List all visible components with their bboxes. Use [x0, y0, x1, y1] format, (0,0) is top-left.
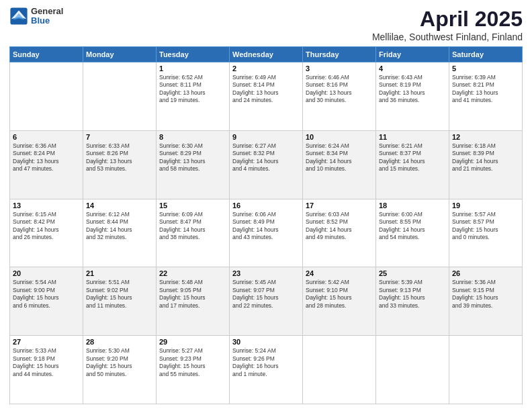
- day-info: Sunrise: 5:57 AM Sunset: 8:57 PM Dayligh…: [452, 211, 519, 242]
- day-number: 3: [306, 64, 373, 73]
- day-number: 5: [452, 64, 519, 73]
- day-info: Sunrise: 6:21 AM Sunset: 8:37 PM Dayligh…: [379, 142, 446, 173]
- title-block: April 2025 Mellilae, Southwest Finland, …: [372, 7, 523, 42]
- calendar-cell: 14Sunrise: 6:12 AM Sunset: 8:44 PM Dayli…: [83, 199, 157, 267]
- day-number: 7: [86, 133, 153, 141]
- day-number: 14: [86, 201, 153, 210]
- day-number: 21: [86, 269, 153, 277]
- day-info: Sunrise: 6:18 AM Sunset: 8:39 PM Dayligh…: [452, 142, 519, 173]
- day-number: 8: [159, 133, 226, 141]
- calendar-cell: 11Sunrise: 6:21 AM Sunset: 8:37 PM Dayli…: [376, 130, 449, 199]
- weekday-header-thursday: Thursday: [303, 47, 376, 62]
- subtitle: Mellilae, Southwest Finland, Finland: [372, 32, 523, 42]
- day-info: Sunrise: 6:49 AM Sunset: 8:14 PM Dayligh…: [232, 74, 300, 105]
- calendar-cell: 21Sunrise: 5:51 AM Sunset: 9:02 PM Dayli…: [83, 267, 157, 336]
- weekday-header-row: SundayMondayTuesdayWednesdayThursdayFrid…: [10, 47, 523, 62]
- calendar-cell: 15Sunrise: 6:09 AM Sunset: 8:47 PM Dayli…: [157, 199, 230, 267]
- calendar-cell: 3Sunrise: 6:46 AM Sunset: 8:16 PM Daylig…: [303, 62, 376, 131]
- day-number: 2: [232, 64, 300, 73]
- day-info: Sunrise: 6:15 AM Sunset: 8:42 PM Dayligh…: [13, 211, 80, 242]
- day-info: Sunrise: 5:33 AM Sunset: 9:18 PM Dayligh…: [13, 347, 80, 378]
- week-row-1: 6Sunrise: 6:36 AM Sunset: 8:24 PM Daylig…: [10, 130, 523, 199]
- logo-general: General: [31, 7, 63, 16]
- calendar-cell: 1Sunrise: 6:52 AM Sunset: 8:11 PM Daylig…: [157, 62, 230, 131]
- week-row-3: 20Sunrise: 5:54 AM Sunset: 9:00 PM Dayli…: [10, 267, 523, 336]
- day-number: 6: [13, 133, 80, 141]
- calendar-cell: 23Sunrise: 5:45 AM Sunset: 9:07 PM Dayli…: [230, 267, 303, 336]
- day-number: 30: [232, 338, 300, 346]
- calendar-cell: 17Sunrise: 6:03 AM Sunset: 8:52 PM Dayli…: [303, 199, 376, 267]
- week-row-0: 1Sunrise: 6:52 AM Sunset: 8:11 PM Daylig…: [10, 62, 523, 131]
- day-info: Sunrise: 5:30 AM Sunset: 9:20 PM Dayligh…: [86, 347, 153, 378]
- calendar-cell: 30Sunrise: 5:24 AM Sunset: 9:26 PM Dayli…: [230, 336, 303, 404]
- calendar-cell: 4Sunrise: 6:43 AM Sunset: 8:19 PM Daylig…: [376, 62, 449, 131]
- day-number: 16: [232, 201, 300, 210]
- calendar-table: SundayMondayTuesdayWednesdayThursdayFrid…: [9, 46, 523, 404]
- day-number: 28: [86, 338, 153, 346]
- calendar-cell: 25Sunrise: 5:39 AM Sunset: 9:13 PM Dayli…: [376, 267, 449, 336]
- day-info: Sunrise: 6:30 AM Sunset: 8:29 PM Dayligh…: [159, 142, 226, 173]
- calendar-cell: 9Sunrise: 6:27 AM Sunset: 8:32 PM Daylig…: [230, 130, 303, 199]
- day-info: Sunrise: 5:51 AM Sunset: 9:02 PM Dayligh…: [86, 279, 153, 310]
- calendar-cell: 6Sunrise: 6:36 AM Sunset: 8:24 PM Daylig…: [10, 130, 83, 199]
- calendar-cell: 5Sunrise: 6:39 AM Sunset: 8:21 PM Daylig…: [449, 62, 523, 131]
- day-info: Sunrise: 6:33 AM Sunset: 8:26 PM Dayligh…: [86, 142, 153, 173]
- weekday-header-sunday: Sunday: [10, 47, 83, 62]
- calendar-cell: [83, 62, 157, 131]
- calendar-cell: [303, 336, 376, 404]
- day-number: 10: [306, 133, 373, 141]
- calendar-cell: 13Sunrise: 6:15 AM Sunset: 8:42 PM Dayli…: [10, 199, 83, 267]
- day-info: Sunrise: 6:06 AM Sunset: 8:49 PM Dayligh…: [232, 211, 300, 242]
- day-info: Sunrise: 6:27 AM Sunset: 8:32 PM Dayligh…: [232, 142, 300, 173]
- weekday-header-saturday: Saturday: [449, 47, 523, 62]
- day-info: Sunrise: 6:24 AM Sunset: 8:34 PM Dayligh…: [306, 142, 373, 173]
- day-number: 22: [159, 269, 226, 277]
- page: General Blue April 2025 Mellilae, Southw…: [0, 0, 532, 411]
- logo-icon: [9, 7, 28, 26]
- calendar-cell: 8Sunrise: 6:30 AM Sunset: 8:29 PM Daylig…: [157, 130, 230, 199]
- logo: General Blue: [9, 7, 63, 26]
- day-info: Sunrise: 5:48 AM Sunset: 9:05 PM Dayligh…: [159, 279, 226, 310]
- day-info: Sunrise: 6:36 AM Sunset: 8:24 PM Dayligh…: [13, 142, 80, 173]
- day-number: 13: [13, 201, 80, 210]
- day-number: 18: [379, 201, 446, 210]
- main-title: April 2025: [372, 7, 523, 32]
- calendar-cell: 16Sunrise: 6:06 AM Sunset: 8:49 PM Dayli…: [230, 199, 303, 267]
- day-info: Sunrise: 5:39 AM Sunset: 9:13 PM Dayligh…: [379, 279, 446, 310]
- calendar-cell: 7Sunrise: 6:33 AM Sunset: 8:26 PM Daylig…: [83, 130, 157, 199]
- day-info: Sunrise: 5:45 AM Sunset: 9:07 PM Dayligh…: [232, 279, 300, 310]
- week-row-4: 27Sunrise: 5:33 AM Sunset: 9:18 PM Dayli…: [10, 336, 523, 404]
- calendar-cell: 24Sunrise: 5:42 AM Sunset: 9:10 PM Dayli…: [303, 267, 376, 336]
- calendar-cell: [10, 62, 83, 131]
- calendar-cell: 10Sunrise: 6:24 AM Sunset: 8:34 PM Dayli…: [303, 130, 376, 199]
- logo-blue: Blue: [31, 16, 63, 26]
- day-number: 19: [452, 201, 519, 210]
- calendar-cell: 20Sunrise: 5:54 AM Sunset: 9:00 PM Dayli…: [10, 267, 83, 336]
- day-info: Sunrise: 5:54 AM Sunset: 9:00 PM Dayligh…: [13, 279, 80, 310]
- day-info: Sunrise: 6:39 AM Sunset: 8:21 PM Dayligh…: [452, 74, 519, 105]
- day-number: 9: [232, 133, 300, 141]
- day-number: 15: [159, 201, 226, 210]
- calendar-cell: [376, 336, 449, 404]
- day-info: Sunrise: 6:52 AM Sunset: 8:11 PM Dayligh…: [159, 74, 226, 105]
- day-info: Sunrise: 5:42 AM Sunset: 9:10 PM Dayligh…: [306, 279, 373, 310]
- day-number: 24: [306, 269, 373, 277]
- day-info: Sunrise: 5:27 AM Sunset: 9:23 PM Dayligh…: [159, 347, 226, 378]
- day-info: Sunrise: 6:00 AM Sunset: 8:55 PM Dayligh…: [379, 211, 446, 242]
- calendar-cell: 26Sunrise: 5:36 AM Sunset: 9:15 PM Dayli…: [449, 267, 523, 336]
- day-number: 29: [159, 338, 226, 346]
- calendar-cell: 19Sunrise: 5:57 AM Sunset: 8:57 PM Dayli…: [449, 199, 523, 267]
- day-number: 25: [379, 269, 446, 277]
- day-info: Sunrise: 6:46 AM Sunset: 8:16 PM Dayligh…: [306, 74, 373, 105]
- day-info: Sunrise: 5:36 AM Sunset: 9:15 PM Dayligh…: [452, 279, 519, 310]
- day-number: 12: [452, 133, 519, 141]
- week-row-2: 13Sunrise: 6:15 AM Sunset: 8:42 PM Dayli…: [10, 199, 523, 267]
- day-number: 20: [13, 269, 80, 277]
- calendar-cell: 29Sunrise: 5:27 AM Sunset: 9:23 PM Dayli…: [157, 336, 230, 404]
- day-number: 26: [452, 269, 519, 277]
- calendar-cell: 22Sunrise: 5:48 AM Sunset: 9:05 PM Dayli…: [157, 267, 230, 336]
- weekday-header-wednesday: Wednesday: [230, 47, 303, 62]
- calendar-cell: 2Sunrise: 6:49 AM Sunset: 8:14 PM Daylig…: [230, 62, 303, 131]
- calendar-cell: 28Sunrise: 5:30 AM Sunset: 9:20 PM Dayli…: [83, 336, 157, 404]
- day-info: Sunrise: 6:12 AM Sunset: 8:44 PM Dayligh…: [86, 211, 153, 242]
